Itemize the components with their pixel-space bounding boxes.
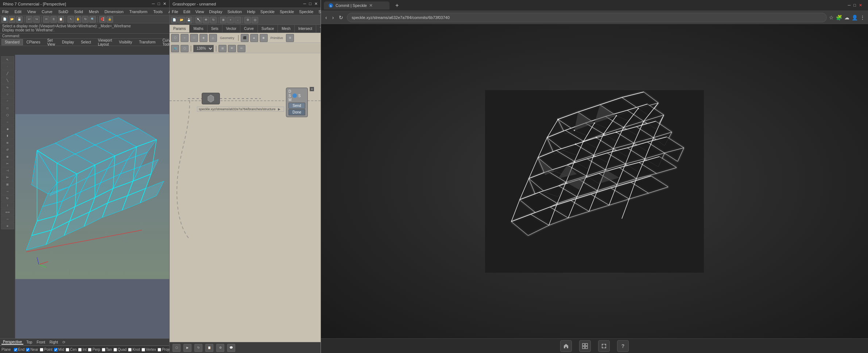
checkbox-point[interactable]: Point [40,348,53,352]
tab-transform[interactable]: Transform [136,39,159,45]
minimize-btn[interactable]: ─ [152,1,155,6]
viewport-cycle-icon[interactable]: ⟳ [61,340,67,344]
menu-tools[interactable]: Tools [152,9,163,14]
checkbox-tan[interactable]: Tan [102,348,112,352]
speckle-send-button[interactable]: Send [288,103,305,109]
gh-status-icon1[interactable]: ⬡ [173,344,181,352]
view-tab-perspective[interactable]: Perspective [1,340,23,345]
zoom-icon[interactable]: 🔍 [89,16,96,23]
tool-split[interactable]: ⊣ [1,167,14,174]
gh-recompute-icon[interactable]: ↻ [210,17,217,23]
gh-new-icon[interactable]: 📄 [171,17,178,23]
gh-comp4[interactable]: ◈ [199,34,208,42]
tab-setview[interactable]: Set View [44,37,58,47]
view-tab-right[interactable]: Right [48,340,59,344]
view-tab-front[interactable]: Front [35,340,46,344]
gh-canvas-rhino-icon[interactable]: 🦏 [171,45,179,52]
tab-intersect[interactable]: Intersect [295,25,316,32]
save-icon[interactable]: 💾 [16,16,23,23]
tab-params[interactable]: Params [170,25,190,32]
paste-icon[interactable]: 📋 [58,16,64,23]
browser-maximize-btn[interactable]: □ [853,3,856,8]
gh-status-icon6[interactable]: 💬 [227,344,235,352]
viewer-grid-btn[interactable] [579,340,591,352]
menu-dimension[interactable]: Dimension [104,9,124,14]
gh-prim1[interactable]: ⬛ [241,34,249,42]
menu-edit[interactable]: Edit [14,9,22,14]
rotate-icon[interactable]: ↻ [82,16,89,23]
gh-menu-file[interactable]: File [171,9,179,14]
menu-view[interactable]: View [27,9,37,14]
browser-new-tab-btn[interactable]: + [392,2,402,9]
speckle-done-button[interactable]: Done [288,109,305,115]
nav-sync-icon[interactable]: ☁ [844,15,849,20]
tab-surface[interactable]: Surface [258,25,278,32]
tool-rectangle[interactable]: □ [1,105,14,111]
gh-comp3[interactable]: □ [190,34,198,42]
view-tab-top[interactable]: Top [25,340,34,344]
close-btn[interactable]: ✕ [163,1,166,6]
tab-display[interactable]: Display [59,39,77,45]
tool-polygon[interactable]: ⬡ [1,112,14,118]
tool-surface[interactable]: ◈ [1,126,14,132]
gh-canvas[interactable]: 🦏 ⬡ 138% 100% 150% 200% 75% 50% ⊞ 👁 ✏ [170,44,321,342]
checkbox-cen[interactable]: Cen [66,348,77,352]
tab-mesh[interactable]: Mesh [278,25,294,32]
tool-boolean[interactable]: ⊕ [1,153,14,160]
checkbox-mid[interactable]: Mid [54,348,64,352]
nav-forward-btn[interactable]: › [331,14,336,21]
viewer-expand-btn[interactable] [598,340,610,352]
gh-menu-edit[interactable]: Edit [183,9,191,14]
checkbox-quad[interactable]: Quad [113,348,127,352]
nav-menu-icon[interactable]: ⋮ [860,15,865,20]
gh-maximize-btn[interactable]: □ [309,1,311,6]
browser-tab[interactable]: S Commit | Speckle ✕ [324,1,390,9]
browser-close-btn[interactable]: ✕ [859,3,862,8]
checkbox-end[interactable]: End [14,348,25,352]
gh-status-icon3[interactable]: ↻ [194,344,202,352]
tab-curve[interactable]: Curve [240,25,258,32]
gh-zoom-fit-icon[interactable]: ⊞ [220,17,226,23]
nav-reload-btn[interactable]: ↻ [337,14,345,21]
viewer-home-btn[interactable] [560,340,572,352]
tool-line[interactable]: ╱ [1,70,14,77]
tab-vector[interactable]: Vector [222,25,240,32]
tool-trim[interactable]: ✂ [1,160,14,167]
gh-prim3[interactable]: ◉ [260,34,268,42]
tab-cplanes[interactable]: CPlanes [23,39,44,45]
tab-sets[interactable]: Sets [208,25,222,32]
gh-comp1[interactable]: ⬡ [171,34,179,42]
tool-circle[interactable]: ○ [1,91,14,97]
tab-visibility[interactable]: Visibility [116,39,135,45]
tool-curve[interactable]: ∿ [1,84,14,91]
address-bar[interactable] [347,13,827,22]
tool-move[interactable]: ↔ [1,188,14,195]
tool-scale[interactable]: ↕ [1,202,14,208]
browser-tab-close-icon[interactable]: ✕ [369,3,373,8]
speckle-3d-viewer[interactable] [321,24,868,338]
tool-join[interactable]: ⊢ [1,174,14,181]
tool-layer[interactable]: ≡ [1,223,14,229]
nav-profile-icon[interactable]: 👤 [852,15,858,20]
gh-menu-display[interactable]: Display [208,9,223,14]
snap-icon[interactable]: 🧲 [99,16,106,23]
gh-minimize-btn[interactable]: ─ [303,1,306,6]
tab-viewport-layout[interactable]: Viewport Layout [95,37,116,47]
gh-comp5[interactable]: △ [209,34,217,42]
gh-menu-solution[interactable]: Solution [226,9,243,14]
tool-select[interactable]: ↖ [1,56,14,63]
tool-dimension[interactable]: ↔ [1,216,14,222]
popup-close-icon[interactable]: ✕ [310,87,314,91]
checkbox-int[interactable]: Int [78,348,86,352]
tab-standard[interactable]: Standard [1,39,23,45]
gh-menu-help[interactable]: Help [246,9,256,14]
new-icon[interactable]: 📄 [1,16,8,23]
maximize-btn[interactable]: □ [158,1,160,6]
menu-solid[interactable]: Solid [73,9,84,14]
menu-transform[interactable]: Transform [129,9,148,14]
menu-mesh[interactable]: Mesh [88,9,100,14]
lock-icon[interactable]: 🔒 [106,16,113,23]
checkbox-vertex[interactable]: Vertex [142,348,156,352]
gh-prim2[interactable]: ▲ [250,34,258,42]
rhino-3d-viewport[interactable] [15,55,169,338]
